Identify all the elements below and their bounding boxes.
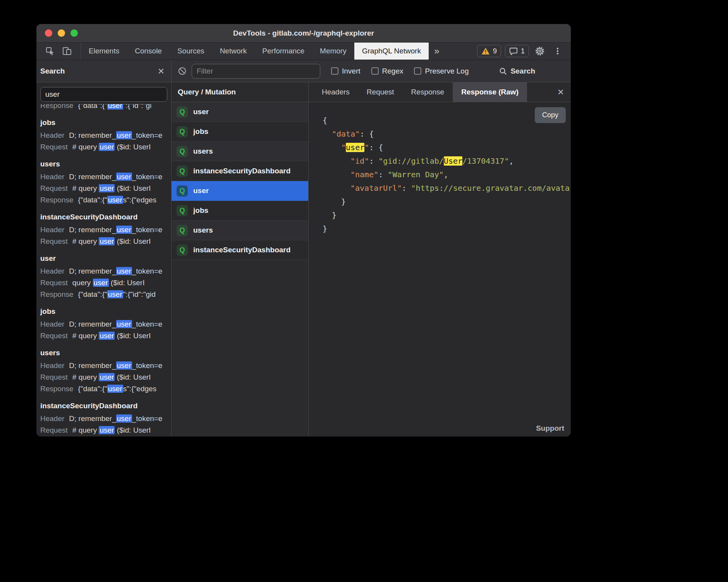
search-result-row[interactable]: HeaderD; remember_user_token=e — [40, 224, 167, 236]
warnings-badge[interactable]: 9 — [477, 45, 501, 57]
result-group-title: instanceSecurityDashboard — [40, 401, 167, 411]
result-row-value: D; remember_user_token=e — [69, 320, 162, 328]
search-result-row[interactable]: Request# query user ($id: UserI — [40, 330, 167, 342]
query-list: QuserQjobsQusersQinstanceSecurityDashboa… — [172, 102, 308, 436]
warning-count: 9 — [493, 47, 497, 55]
search-result-row[interactable]: Response{"data":{"user":{"id":"gid — [40, 289, 167, 300]
search-result-row[interactable]: Requestquery user ($id: UserI — [40, 277, 167, 289]
search-icon — [499, 67, 507, 75]
query-list-item[interactable]: Qjobs — [172, 122, 308, 142]
devtools-window: DevTools - gitlab.com/-/graphql-explorer… — [36, 24, 571, 436]
search-panel-title: Search — [40, 67, 65, 75]
tab-network[interactable]: Network — [212, 43, 255, 60]
query-list-item[interactable]: QinstanceSecurityDashboard — [172, 161, 308, 181]
warning-icon — [481, 47, 490, 55]
search-button[interactable]: Search — [499, 67, 535, 75]
minimize-window-button[interactable] — [58, 29, 65, 37]
tab-memory[interactable]: Memory — [312, 43, 354, 60]
result-row-label: Header — [40, 361, 64, 370]
query-list-item[interactable]: Qusers — [172, 142, 308, 161]
close-detail-button[interactable]: × — [558, 87, 571, 98]
response-raw-body: Copy {"data": {"user": {"id": "gid://git… — [309, 102, 571, 436]
filter-input[interactable] — [192, 64, 320, 79]
search-result-row[interactable]: Response{"data":{"users":{"edges — [40, 194, 167, 206]
lower-split: Query / Mutation QuserQjobsQusersQinstan… — [172, 82, 571, 436]
detail-tab-response-raw[interactable]: Response (Raw) — [453, 82, 527, 102]
tab-graphql-network[interactable]: GraphQL Network — [354, 43, 429, 60]
checkbox-box-preserve-log[interactable] — [414, 67, 421, 75]
result-row-value: {"data":{"user":{"id":"gi — [78, 104, 152, 110]
checkbox-label: Preserve Log — [425, 67, 469, 75]
close-search-panel-button[interactable]: × — [158, 66, 164, 77]
query-list-item[interactable]: Qusers — [172, 221, 308, 240]
checkbox-regex[interactable]: Regex — [371, 67, 403, 75]
query-type-badge: Q — [177, 245, 188, 256]
query-list-item[interactable]: Qjobs — [172, 201, 308, 221]
kebab-menu-icon — [553, 46, 562, 56]
more-tabs-button[interactable]: » — [429, 43, 445, 60]
query-type-badge: Q — [177, 166, 188, 177]
search-result-row[interactable]: HeaderD; remember_user_token=e — [40, 265, 167, 277]
query-label: jobs — [193, 206, 208, 215]
search-result-row[interactable]: HeaderD; remember_user_token=e — [40, 318, 167, 330]
inspect-element-button[interactable] — [43, 45, 57, 58]
toolbar-checkboxes: InvertRegexPreserve Log — [320, 67, 469, 75]
settings-button[interactable] — [533, 44, 547, 58]
search-result-row[interactable]: HeaderD; remember_user_token=e — [40, 413, 167, 425]
result-group-title: jobs — [40, 306, 167, 317]
result-row-label: Header — [40, 320, 64, 328]
query-panel: Query / Mutation QuserQjobsQusersQinstan… — [172, 82, 309, 436]
issues-badge[interactable]: 1 — [505, 45, 529, 57]
query-list-item[interactable]: Quser — [172, 181, 308, 201]
search-result-row[interactable]: Request# query user ($id: UserI — [40, 141, 167, 153]
search-result-row[interactable]: Request# query user ($id: UserI — [40, 236, 167, 247]
search-result-row[interactable]: Request# query user ($id: UserI — [40, 371, 167, 383]
clear-requests-button[interactable] — [178, 67, 187, 75]
search-result-row[interactable]: Request# query user ($id: UserI — [40, 425, 167, 436]
zoom-window-button[interactable] — [70, 29, 78, 37]
close-window-button[interactable] — [45, 29, 52, 37]
checkbox-box-regex[interactable] — [371, 67, 379, 75]
checkbox-box-invert[interactable] — [331, 67, 338, 75]
search-result-row[interactable]: HeaderD; remember_user_token=e — [40, 360, 167, 371]
search-result-row[interactable]: HeaderD; remember_user_token=e — [40, 171, 167, 183]
result-row-label: Request — [40, 332, 68, 340]
circle-slash-icon — [178, 67, 187, 75]
search-input[interactable] — [40, 87, 167, 102]
checkbox-preserve-log[interactable]: Preserve Log — [414, 67, 469, 75]
tab-console[interactable]: Console — [127, 43, 170, 60]
result-row-value: # query user ($id: UserI — [72, 373, 151, 381]
search-result-row[interactable]: HeaderD; remember_user_token=e — [40, 130, 167, 141]
result-row-value: D; remember_user_token=e — [69, 361, 162, 370]
copy-button[interactable]: Copy — [535, 107, 566, 123]
tab-sources[interactable]: Sources — [170, 43, 212, 60]
query-label: users — [193, 147, 213, 156]
detail-panel: HeadersRequestResponseResponse (Raw) × C… — [309, 82, 571, 436]
titlebar: DevTools - gitlab.com/-/graphql-explorer — [36, 24, 571, 43]
search-result-row[interactable]: Response{"data":{"users":{"edges — [40, 383, 167, 395]
devtools-menu-button[interactable] — [551, 44, 565, 58]
result-row-label: Request — [40, 426, 68, 434]
detail-tab-request[interactable]: Request — [358, 82, 403, 102]
json-line: "id": "gid://gitlab/User/13704317", — [309, 154, 571, 168]
search-result-row[interactable]: Request# query user ($id: UserI — [40, 183, 167, 194]
tab-elements[interactable]: Elements — [81, 43, 127, 60]
gear-icon — [535, 46, 545, 56]
detail-tab-headers[interactable]: Headers — [313, 82, 358, 102]
support-link[interactable]: Support — [536, 424, 564, 433]
detail-tab-response[interactable]: Response — [403, 82, 453, 102]
tab-performance[interactable]: Performance — [254, 43, 312, 60]
result-row-label: Header — [40, 226, 64, 234]
search-result-row[interactable]: Response{"data":{"user":{"id":"gi — [40, 104, 167, 111]
json-line: } — [309, 195, 571, 209]
search-panel: Search × Response{"data":{"user":{"id":"… — [36, 60, 172, 436]
query-list-item[interactable]: QinstanceSecurityDashboard — [172, 240, 308, 260]
network-area: InvertRegexPreserve Log Search Query / M… — [172, 60, 571, 436]
device-toolbar-button[interactable] — [60, 45, 74, 58]
result-row-label: Request — [40, 143, 68, 151]
result-row-value: {"data":{"user":{"id":"gid — [78, 290, 156, 298]
query-list-item[interactable]: Quser — [172, 102, 308, 122]
result-row-value: {"data":{"users":{"edges — [78, 196, 157, 204]
checkbox-invert[interactable]: Invert — [331, 67, 361, 75]
search-input-row — [36, 82, 171, 104]
